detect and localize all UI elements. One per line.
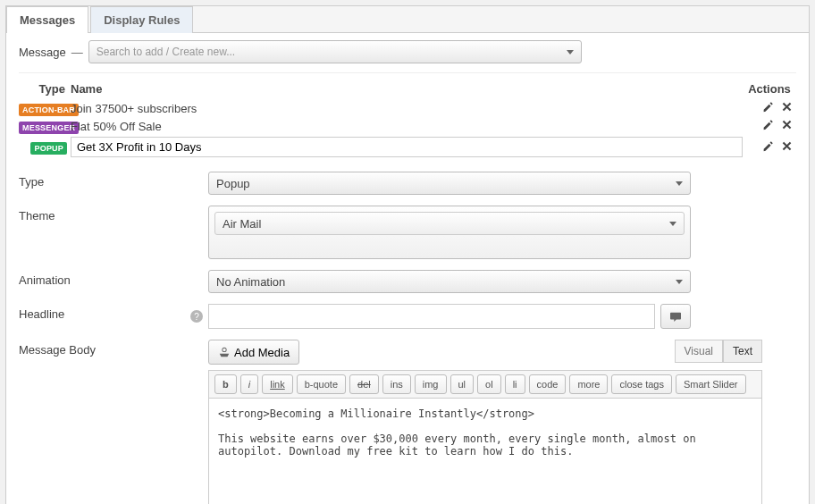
editor-tab-visual[interactable]: Visual: [675, 340, 723, 363]
row-headline: Headline ?: [19, 298, 796, 334]
btn-code[interactable]: code: [529, 374, 567, 394]
row-animation: Animation No Animation: [19, 265, 796, 298]
btn-bold[interactable]: b: [214, 374, 237, 394]
delete-icon[interactable]: [781, 119, 793, 133]
message-label: Message: [19, 46, 66, 59]
btn-ul[interactable]: ul: [450, 374, 475, 394]
dash: —: [71, 46, 83, 59]
label-type: Type: [19, 172, 208, 195]
message-search-placeholder: Search to add / Create new...: [97, 46, 235, 58]
editor-tabs: Visual Text: [675, 340, 762, 363]
btn-del[interactable]: del: [349, 374, 379, 394]
btn-img[interactable]: img: [415, 374, 447, 394]
col-header-name: Name: [67, 82, 743, 96]
label-animation: Animation: [19, 270, 208, 293]
btn-close-tags[interactable]: close tags: [611, 374, 672, 394]
btn-italic[interactable]: i: [240, 374, 258, 394]
btn-ol[interactable]: ol: [477, 374, 501, 394]
add-media-label: Add Media: [234, 346, 290, 359]
label-message-body: Message Body: [19, 340, 208, 504]
btn-li[interactable]: li: [505, 374, 525, 394]
tag-popup: POPUP: [30, 142, 67, 155]
tab-display-rules[interactable]: Display Rules: [90, 6, 193, 33]
headline-input[interactable]: [208, 304, 655, 329]
message-search-row: Message — Search to add / Create new...: [19, 40, 796, 63]
type-select[interactable]: Popup: [208, 172, 691, 195]
table-row: MESSENGER Flat 50% Off Sale: [19, 117, 796, 135]
theme-value: Air Mail: [223, 217, 261, 231]
chevron-down-icon: [676, 181, 683, 186]
btn-bquote[interactable]: b-quote: [297, 374, 346, 394]
main-panel: Messages Display Rules Message — Search …: [5, 5, 810, 504]
btn-smart-slider[interactable]: Smart Slider: [676, 374, 746, 394]
btn-ins[interactable]: ins: [382, 374, 411, 394]
theme-select[interactable]: Air Mail: [214, 212, 685, 235]
tab-messages[interactable]: Messages: [6, 6, 88, 33]
row-name: Flat 50% Off Sale: [67, 120, 743, 133]
chevron-down-icon: [567, 50, 574, 55]
table-row: ACTION-BAR Join 37500+ subscribers: [19, 99, 796, 117]
row-theme: Theme Air Mail: [19, 200, 796, 265]
col-header-type: Type: [19, 82, 67, 96]
chevron-down-icon: [676, 280, 683, 284]
panel: Message — Search to add / Create new... …: [6, 33, 809, 504]
tabs-bar: Messages Display Rules: [6, 6, 809, 33]
edit-icon[interactable]: [762, 119, 774, 133]
edit-icon[interactable]: [762, 140, 774, 155]
type-value: Popup: [216, 177, 250, 190]
edit-icon[interactable]: [762, 101, 774, 115]
row-type: Type Popup: [19, 166, 796, 200]
messages-table: Type Name Actions ACTION-BAR Join 37500+…: [19, 79, 796, 159]
animation-select[interactable]: No Animation: [208, 270, 691, 293]
delete-icon[interactable]: [781, 101, 793, 115]
label-headline: Headline: [19, 304, 208, 329]
label-theme: Theme: [19, 206, 208, 259]
btn-link[interactable]: link: [262, 374, 293, 394]
animation-value: No Animation: [216, 275, 285, 289]
message-search-select[interactable]: Search to add / Create new...: [88, 40, 582, 63]
row-message-body: Message Body Add Media Visual Text b i l…: [19, 334, 796, 504]
chevron-down-icon: [669, 222, 676, 226]
chat-button[interactable]: [660, 304, 691, 329]
table-row: POPUP: [19, 135, 796, 159]
row-name-input[interactable]: [71, 137, 743, 157]
row-name-editable: [67, 137, 743, 157]
message-body-textarea[interactable]: [208, 399, 762, 504]
table-header: Type Name Actions: [19, 79, 796, 99]
col-header-actions: Actions: [743, 82, 796, 96]
add-media-button[interactable]: Add Media: [208, 340, 299, 365]
row-name: Join 37500+ subscribers: [67, 102, 743, 115]
btn-more[interactable]: more: [569, 374, 608, 394]
help-icon[interactable]: ?: [190, 310, 203, 323]
media-icon: [218, 346, 231, 358]
theme-box: Air Mail: [208, 206, 691, 259]
divider: [19, 72, 796, 73]
chat-icon: [669, 311, 682, 322]
editor-tab-text[interactable]: Text: [723, 340, 762, 363]
editor-toolbar: b i link b-quote del ins img ul ol li co…: [208, 370, 762, 399]
delete-icon[interactable]: [781, 140, 793, 155]
